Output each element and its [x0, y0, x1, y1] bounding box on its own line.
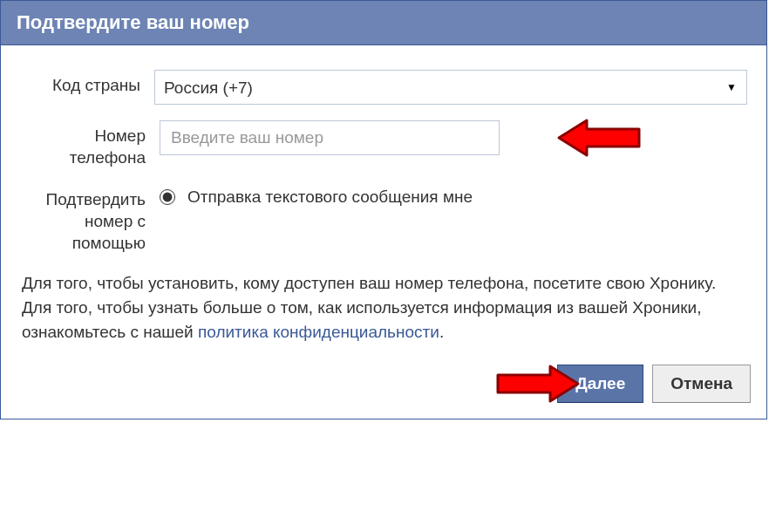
- confirm-number-dialog: Подтвердите ваш номер Код страны Россия …: [0, 0, 767, 419]
- row-country: Код страны Россия (+7): [20, 70, 747, 105]
- confirm-radio-label: Отправка текстового сообщения мне: [187, 188, 473, 207]
- label-phone: Номер телефона: [20, 120, 160, 168]
- row-confirm: Подтвердить номер с помощью Отправка тек…: [20, 184, 747, 254]
- confirm-radio-sms[interactable]: [160, 189, 175, 205]
- info-part2: .: [439, 323, 444, 341]
- dialog-footer: Далее Отмена: [1, 352, 766, 419]
- next-button[interactable]: Далее: [557, 365, 643, 403]
- dialog-body: Код страны Россия (+7) Номер телефона: [1, 45, 766, 352]
- label-country: Код страны: [20, 70, 154, 97]
- info-text: Для того, чтобы установить, кому доступе…: [20, 271, 747, 344]
- row-phone: Номер телефона: [20, 120, 747, 168]
- country-select[interactable]: Россия (+7): [154, 70, 747, 105]
- label-confirm: Подтвердить номер с помощью: [20, 184, 160, 254]
- dialog-header: Подтвердите ваш номер: [1, 1, 766, 45]
- phone-input[interactable]: [160, 120, 500, 155]
- dialog-title: Подтвердите ваш номер: [17, 11, 249, 33]
- privacy-policy-link[interactable]: политика конфиденциальности: [198, 323, 439, 341]
- country-select-wrap: Россия (+7): [154, 70, 747, 105]
- cancel-button[interactable]: Отмена: [652, 365, 751, 403]
